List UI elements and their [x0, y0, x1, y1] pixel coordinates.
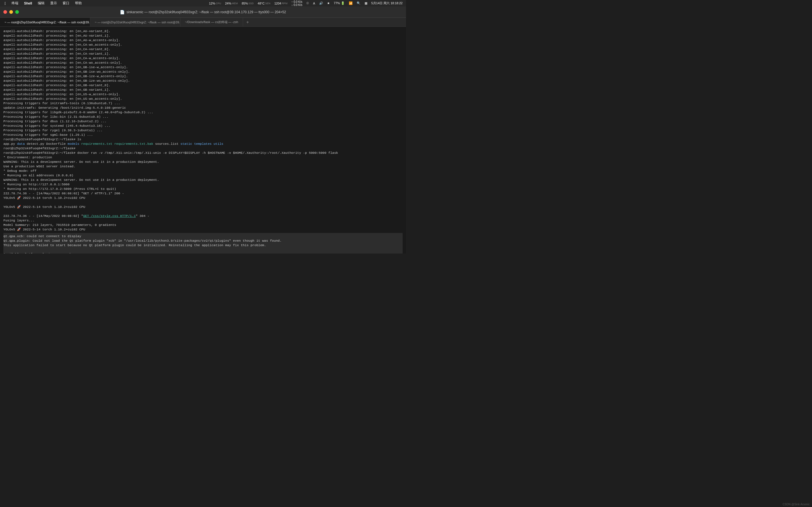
ls-prompt: root@iZhp32sk9fuoq04f833xgrZ:~/flask# ls	[3, 137, 403, 142]
menu-edit[interactable]: 编辑	[36, 0, 47, 6]
datetime: 5月14日 周六 18:18:22	[370, 1, 404, 6]
menu-help[interactable]: 帮助	[73, 0, 84, 6]
menu-terminal[interactable]: 终端	[9, 0, 20, 6]
qt-plugins-available: Available platform plugins are: xcb.	[3, 252, 403, 253]
yolo-2: YOLOv5 🚀 2022-5-14 torch 1.10.2+cu102 CP…	[3, 205, 403, 209]
menu-shell[interactable]: Shell	[22, 1, 35, 6]
line-12: aspell-autobuildhash: processing: en [en…	[3, 78, 403, 83]
font-icon: A	[312, 1, 316, 5]
flask-get2: 222.78.74.36 - - [14/May/2022 08:08:02] …	[3, 214, 403, 218]
volume-icon: 🔊	[318, 1, 324, 5]
menubar-right: 12% CPU 24% MEM 85% SSD 48°C SEN 1204 RP…	[208, 0, 404, 7]
temp-stat: 48°C SEN	[257, 1, 271, 5]
wifi-icon: 📶	[348, 1, 354, 5]
line-5: aspell-autobuildhash: processing: en [en…	[3, 47, 403, 52]
search-icon[interactable]: 🔍	[356, 1, 362, 5]
ls-utils: utils	[213, 142, 223, 146]
new-tab-button[interactable]: +	[243, 18, 252, 26]
ls-sources: sources.list	[153, 142, 181, 146]
cpu-stat: 12% CPU	[208, 1, 222, 5]
line-22: Processing triggers for systemd (245.4-4…	[3, 124, 403, 128]
network-stat: ↑ 0.0 K/s↓ 0.0 K/s	[290, 0, 303, 7]
window-title-text: sinkarsenic — root@iZhp32sk9fuoq04f833xg…	[126, 10, 286, 14]
line-8: aspell-autobuildhash: processing: en [en…	[3, 61, 403, 65]
rpm-value: 1204	[274, 2, 281, 5]
docker-cmd: root@iZhp32sk9fuoq04f833xgrZ:~/flask# do…	[3, 151, 403, 155]
model-summary: Model Summary: 213 layers, 7015519 param…	[3, 223, 403, 227]
flask-running-all: * Running on all addresses (0.0.0.0)	[3, 173, 403, 178]
get-css-link: GET /css/style.css HTTP/1.1	[83, 214, 136, 218]
ssd-label: SSD	[248, 2, 254, 5]
notification-icon[interactable]: ▦	[363, 1, 368, 5]
ls-data: data	[17, 142, 25, 146]
fusing: Fusing layers...	[3, 218, 403, 223]
line-2: aspell-autobuildhash: processing: en [en…	[3, 34, 403, 38]
line-1: aspell-autobuildhash: processing: en [en…	[3, 29, 403, 34]
line-16: aspell-autobuildhash: processing: en [en…	[3, 97, 403, 101]
title-bar: 📄 sinkarsenic — root@iZhp32sk9fuoq04f833…	[0, 6, 406, 18]
menu-window[interactable]: 窗口	[60, 0, 71, 6]
line-11: aspell-autobuildhash: processing: en [en…	[3, 74, 403, 78]
ssd-stat: 85% SSD	[241, 1, 255, 5]
cpu-value: 12%	[209, 2, 215, 5]
tab-3[interactable]: ~/Downloads/flask — cs的终端 — -zsh	[181, 18, 243, 26]
qt-plugin-error: qt.qpa.plugin: Could not load the Qt pla…	[3, 238, 403, 243]
line-24: Processing triggers for sgml-base (1.29.…	[3, 133, 403, 137]
terminal-window: 📄 sinkarsenic — root@iZhp32sk9fuoq04f833…	[0, 6, 406, 253]
ls-static: static	[181, 142, 192, 146]
terminal-content[interactable]: aspell-autobuildhash: processing: en [en…	[0, 27, 406, 253]
window-title: 📄 sinkarsenic — root@iZhp32sk9fuoq04f833…	[120, 10, 286, 14]
ls-requirements: requirements.txt	[81, 142, 112, 146]
cpu-label: CPU	[216, 2, 221, 5]
line-23: Processing triggers for rygel (0.38.3-1u…	[3, 128, 403, 133]
line-13: aspell-autobuildhash: processing: en [en…	[3, 83, 403, 88]
menu-view[interactable]: 显示	[48, 0, 59, 6]
ssd-value: 85%	[242, 2, 248, 5]
fingerprint-icon: ☉	[305, 1, 310, 5]
flask-wsgi: Use a production WSGI server instead.	[3, 164, 403, 169]
yolo-3: YOLOv5 🚀 2022-5-14 torch 1.10.2+cu102 CP…	[3, 227, 403, 232]
line-6: aspell-autobuildhash: processing: en [en…	[3, 52, 403, 56]
error-block: qt.qpa.xcb: could not connect to display…	[3, 233, 403, 253]
tab-bar: ~ — root@iZhp32sk9fuoq04f833xgrZ: ~/flas…	[0, 18, 406, 27]
blank-2	[3, 209, 403, 214]
yolo-1: YOLOv5 🚀 2022-5-14 torch 1.10.2+cu102 CP…	[3, 196, 403, 200]
window-title-icon: 📄	[120, 10, 124, 14]
menubar:  终端 Shell 编辑 显示 窗口 帮助 12% CPU 24% MEM 8…	[0, 0, 406, 6]
mem-stat: 24% MEM	[224, 1, 239, 5]
qt-xcb-error: qt.qpa.xcb: could not connect to display	[3, 234, 403, 238]
mem-value: 24%	[225, 2, 231, 5]
battery-stat: 77% 🔋	[333, 1, 346, 5]
prompt2: root@iZhp32sk9fuoq04f833xgrZ:~/flask#	[3, 146, 403, 151]
window-controls	[3, 10, 19, 14]
line-10: aspell-autobuildhash: processing: en [en…	[3, 69, 403, 74]
line-20: Processing triggers for libc-bin (2.31-0…	[3, 115, 403, 119]
line-19: Processing triggers for libgdk-pixbuf2.0…	[3, 110, 403, 115]
tab-3-label: ~/Downloads/flask — cs的终端 — -zsh	[185, 20, 238, 24]
apple-menu[interactable]: 	[2, 1, 8, 6]
tab-1[interactable]: ~ — root@iZhp32sk9fuoq04f833xgrZ: ~/flas…	[0, 18, 90, 26]
close-button[interactable]	[3, 10, 7, 14]
flask-running-net: * Running on http://172.17.0.2:5000 (Pre…	[3, 187, 403, 191]
flask-warn2: WARNING: This is a development server. D…	[3, 178, 403, 182]
flask-debug: * Debug mode: off	[3, 169, 403, 173]
line-17: Processing triggers for initramfs-tools …	[3, 101, 403, 106]
maximize-button[interactable]	[15, 10, 19, 14]
minimize-button[interactable]	[9, 10, 13, 14]
ls-output: app.py data detect.py Dockerfile models …	[3, 142, 403, 146]
line-7: aspell-autobuildhash: processing: en [en…	[3, 56, 403, 61]
line-21: Processing triggers for dbus (1.12.16-2u…	[3, 119, 403, 124]
line-15: aspell-autobuildhash: processing: en [en…	[3, 92, 403, 97]
rpm-stat: 1204 RPM	[273, 1, 289, 5]
bluetooth-icon: ★	[326, 1, 331, 5]
line-9: aspell-autobuildhash: processing: en [en…	[3, 65, 403, 69]
temp-value: 48°C	[258, 2, 265, 5]
line-3: aspell-autobuildhash: processing: en [en…	[3, 38, 403, 43]
ls-requirements-bak: requirements.txt.bak	[114, 142, 153, 146]
tab-2[interactable]: ~ — root@iZhp32sk9fuoq04f833xgrZ: ~/flas…	[90, 18, 181, 26]
rpm-label: RPM	[282, 2, 287, 5]
temp-label: SEN	[265, 2, 270, 5]
terminal-output: aspell-autobuildhash: processing: en [en…	[3, 29, 403, 253]
line-18: update-initramfs: Generating /boot/initr…	[3, 106, 403, 110]
blank-1	[3, 200, 403, 205]
